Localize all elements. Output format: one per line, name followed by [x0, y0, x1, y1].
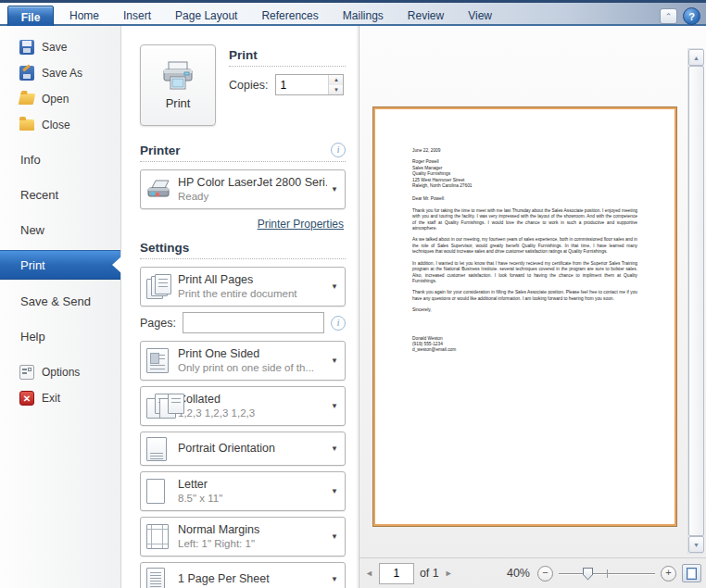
tab-references[interactable]: References	[249, 6, 330, 27]
one-page-per-sheet-icon	[146, 568, 178, 588]
letter-recipient-line: Raleigh, North Carolina 27601	[412, 183, 637, 189]
setting-print-range[interactable]: Print All Pages Print the entire documen…	[140, 267, 346, 307]
copies-stepper[interactable]: ▲ ▼	[275, 74, 344, 95]
zoom-controls: 40% − +	[507, 564, 701, 582]
word-backstage-window: File Home Insert Page Layout References …	[0, 0, 706, 588]
letter-paragraph: Thank you again for your consideration i…	[412, 290, 637, 302]
printer-small-icon	[146, 179, 178, 201]
previous-page-icon[interactable]: ◄	[365, 569, 373, 578]
print-all-pages-icon	[146, 274, 178, 300]
sidebar-item-close[interactable]: Close	[0, 112, 120, 138]
fit-page-icon	[687, 568, 697, 580]
printer-section-heading: Printer	[140, 144, 181, 157]
scrollbar-thumb[interactable]	[688, 66, 704, 536]
printer-selector[interactable]: HP Color LaserJet 2800 Seri... Ready ▼	[140, 169, 346, 209]
print-one-sided-icon	[146, 348, 178, 373]
scroll-down-icon[interactable]: ▼	[688, 536, 704, 553]
portrait-orientation-icon	[146, 437, 178, 461]
pages-label: Pages:	[140, 317, 176, 330]
chevron-down-icon: ▼	[327, 402, 338, 410]
chevron-down-icon: ▼	[327, 444, 338, 453]
spin-down-icon[interactable]: ▼	[329, 85, 343, 95]
letter-paragraph: In addition, I wanted to let you know th…	[412, 261, 637, 285]
sidebar-item-recent[interactable]: Recent	[0, 181, 120, 208]
tab-home[interactable]: Home	[57, 6, 111, 27]
copies-input[interactable]	[276, 75, 328, 94]
letter-closing: Sincerely,	[412, 307, 637, 313]
ribbon-tabs: Home Insert Page Layout References Maili…	[57, 6, 504, 27]
pages-info-icon[interactable]: i	[331, 316, 346, 331]
pages-input[interactable]	[183, 312, 324, 333]
current-page-input[interactable]	[379, 563, 414, 584]
sidebar-item-label: Close	[42, 119, 70, 131]
letter-size-icon	[146, 479, 178, 504]
sidebar-item-help[interactable]: Help	[0, 323, 120, 350]
printer-status: Ready	[178, 190, 327, 203]
sidebar-item-print-selected[interactable]: Print	[0, 250, 120, 280]
sidebar-item-options[interactable]: Options	[0, 359, 120, 385]
sidebar-item-save[interactable]: Save	[0, 34, 120, 60]
settings-section-heading: Settings	[140, 241, 346, 255]
letter-date: June 22, 2009	[412, 148, 637, 154]
sidebar-item-new[interactable]: New	[0, 217, 120, 244]
sidebar-item-info[interactable]: Info	[0, 146, 120, 173]
ribbon-tab-bar: File Home Insert Page Layout References …	[0, 0, 706, 26]
document-preview-page: June 22, 2009 Roger Powell Sales Manager…	[373, 107, 676, 526]
print-preview-pane: June 22, 2009 Roger Powell Sales Manager…	[359, 26, 706, 588]
tab-insert[interactable]: Insert	[111, 6, 163, 27]
printer-info-icon[interactable]: i	[331, 143, 346, 157]
next-page-icon[interactable]: ►	[445, 569, 453, 578]
setting-margins[interactable]: Normal Margins Left: 1" Right: 1" ▼	[140, 517, 346, 557]
backstage-sidebar: Save Save As Open Close Info Recent New …	[0, 26, 121, 588]
zoom-level: 40%	[507, 567, 530, 580]
setting-orientation[interactable]: Portrait Orientation ▼	[140, 432, 346, 466]
sidebar-item-save-and-send[interactable]: Save & Send	[0, 288, 120, 315]
sidebar-item-label: Exit	[42, 392, 60, 405]
tab-view[interactable]: View	[456, 6, 504, 27]
sidebar-item-exit[interactable]: Exit	[0, 385, 120, 411]
spin-up-icon[interactable]: ▲	[329, 75, 343, 85]
close-folder-icon	[19, 119, 34, 131]
preview-scrollbar[interactable]: ▲ ▼	[687, 48, 703, 554]
chevron-down-icon: ▼	[327, 575, 338, 583]
minimize-ribbon-icon[interactable]: ⌃	[660, 8, 677, 24]
print-settings-panel: Print Print Copies: ▲ ▼	[122, 26, 358, 588]
setting-paper-size[interactable]: Letter 8.5" x 11" ▼	[140, 471, 346, 511]
sidebar-item-save-as[interactable]: Save As	[0, 60, 120, 86]
sidebar-item-label: Open	[42, 93, 69, 106]
zoom-to-page-button[interactable]	[682, 564, 701, 582]
chevron-down-icon: ▼	[327, 357, 338, 365]
setting-duplex[interactable]: Print One Sided Only print on one side o…	[140, 341, 346, 381]
print-section-heading: Print	[229, 48, 346, 62]
setting-pages-per-sheet[interactable]: 1 Page Per Sheet ▼	[140, 562, 346, 588]
collated-icon	[146, 394, 178, 419]
printer-properties-link[interactable]: Printer Properties	[258, 218, 344, 231]
tab-review[interactable]: Review	[396, 6, 456, 27]
letter-paragraph: As we talked about in our meeting, my fo…	[412, 237, 637, 255]
zoom-slider-thumb[interactable]	[583, 568, 593, 581]
chevron-down-icon: ▼	[327, 532, 338, 541]
chevron-down-icon: ▼	[327, 487, 338, 495]
print-button[interactable]: Print	[140, 44, 216, 126]
printer-name: HP Color LaserJet 2800 Seri...	[178, 176, 327, 191]
save-icon	[19, 40, 34, 55]
sidebar-item-open[interactable]: Open	[0, 86, 120, 112]
setting-collation[interactable]: Collated 1,2,3 1,2,3 1,2,3 ▼	[140, 386, 346, 426]
zoom-out-button[interactable]: −	[537, 566, 553, 582]
options-icon	[19, 365, 34, 380]
page-navigator: ◄ of 1 ►	[365, 563, 453, 584]
tab-page-layout[interactable]: Page Layout	[163, 6, 249, 27]
sidebar-item-label: Save	[42, 41, 67, 54]
scroll-up-icon[interactable]: ▲	[688, 49, 704, 66]
tab-mailings[interactable]: Mailings	[331, 6, 396, 27]
print-button-label: Print	[166, 96, 191, 110]
letter-signature-line: d_weston@email.com	[412, 347, 637, 353]
letter-paragraph: Thank you for taking the time to meet wi…	[412, 208, 637, 232]
zoom-slider[interactable]	[559, 567, 655, 581]
exit-icon	[19, 391, 34, 406]
letter-salutation: Dear Mr. Powell:	[412, 196, 637, 202]
zoom-in-button[interactable]: +	[661, 566, 676, 582]
open-folder-icon	[19, 94, 36, 105]
help-icon[interactable]: ?	[683, 7, 700, 25]
letter-content: June 22, 2009 Roger Powell Sales Manager…	[412, 148, 637, 354]
